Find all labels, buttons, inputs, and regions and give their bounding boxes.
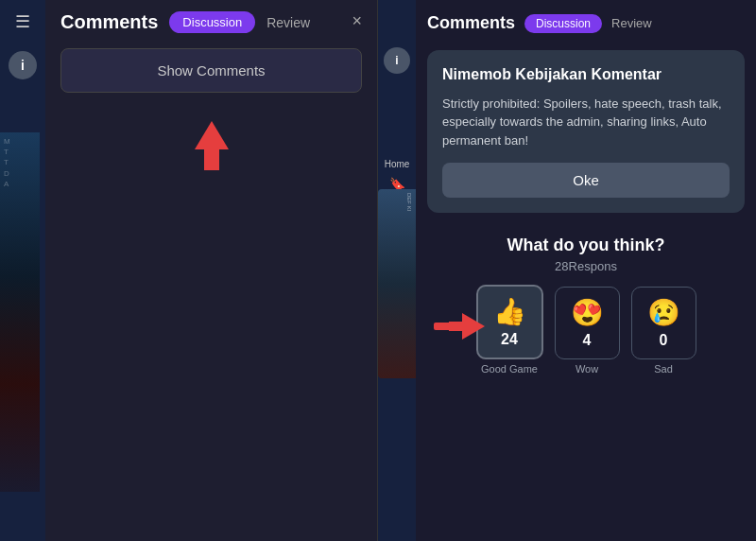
right-panel: i Home 🔖 DEF KI Comments Discussion Revi… (378, 0, 756, 541)
reactions-row: 👍 24 Good Game 😍 4 Wow 😢 (476, 285, 696, 375)
info-icon-right[interactable]: i (384, 47, 410, 74)
good-game-count: 24 (501, 331, 518, 348)
left-header: Comments Discussion Review × (60, 11, 362, 33)
bg-text: MTTDA (0, 132, 40, 193)
game-screenshot-strip: DEF KI (378, 189, 416, 378)
sad-label: Sad (654, 363, 673, 375)
wow-emoji: 😍 (571, 297, 604, 328)
discussion-badge-left[interactable]: Discussion (169, 11, 255, 33)
sad-emoji: 😢 (647, 297, 680, 328)
reaction-box-wow[interactable]: 😍 4 (555, 287, 620, 359)
responses-count: 28Respons (555, 259, 617, 273)
reaction-box-good-game[interactable]: 👍 24 (476, 285, 543, 359)
arrow-right-indicator (434, 313, 485, 340)
wow-count: 4 (583, 332, 592, 349)
policy-popup: Nimemob Kebijakan Komentar Strictly proh… (427, 50, 745, 213)
policy-body: Strictly prohibited: Spoilers, hate spee… (442, 95, 730, 150)
reaction-good-game[interactable]: 👍 24 Good Game (476, 285, 543, 375)
oke-button[interactable]: Oke (442, 163, 730, 198)
left-title: Comments (60, 11, 158, 33)
right-main-content: Comments Discussion Review Nimemob Kebij… (416, 0, 756, 541)
left-panel: ☰ i Home 🔖 MTTDA Comments Discussion Rev… (0, 0, 378, 541)
right-header: Comments Discussion Review (416, 0, 756, 46)
left-main-content: Comments Discussion Review × Show Commen… (45, 0, 377, 541)
bg-image-left: MTTDA (0, 132, 40, 492)
reaction-box-sad[interactable]: 😢 0 (631, 287, 696, 359)
info-icon-left[interactable]: i (9, 51, 37, 79)
arrow-up-shape (195, 121, 229, 149)
what-title: What do you think? (507, 236, 665, 255)
review-label-left[interactable]: Review (266, 15, 310, 30)
reaction-wow[interactable]: 😍 4 Wow (555, 287, 620, 375)
arrow-up-indicator (60, 121, 362, 149)
right-title: Comments (427, 13, 515, 33)
show-comments-button[interactable]: Show Comments (60, 48, 362, 93)
hamburger-icon[interactable]: ☰ (15, 11, 30, 32)
sad-count: 0 (660, 332, 668, 349)
good-game-label: Good Game (481, 363, 538, 375)
what-section: What do you think? 28Respons 👍 24 G (416, 224, 756, 386)
discussion-badge-right[interactable]: Discussion (524, 14, 602, 33)
reaction-sad[interactable]: 😢 0 Sad (631, 287, 696, 375)
wow-label: Wow (576, 363, 598, 375)
home-label-right: Home (385, 159, 410, 169)
thumbs-up-emoji: 👍 (493, 296, 526, 327)
policy-title: Nimemob Kebijakan Komentar (442, 65, 730, 85)
review-label-right[interactable]: Review (611, 16, 652, 30)
close-button[interactable]: × (352, 11, 362, 31)
right-sidebar: i Home 🔖 DEF KI (378, 0, 416, 541)
game-strip-text-1: DEF KI (382, 193, 412, 211)
left-sidebar: ☰ i Home 🔖 MTTDA (0, 0, 45, 541)
arrow-right-shape (462, 313, 485, 340)
